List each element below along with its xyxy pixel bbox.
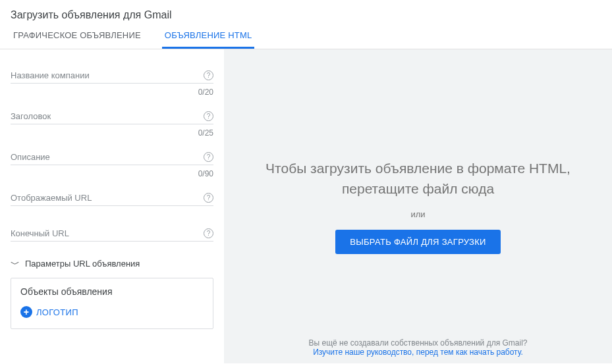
help-icon[interactable]: ? xyxy=(204,152,213,162)
dropzone-instructions: Чтобы загрузить объявление в формате HTM… xyxy=(224,159,612,199)
form-panel: Название компании ? 0/20 Заголовок ? 0/2… xyxy=(0,49,224,363)
description-field[interactable]: Описание ? xyxy=(11,152,213,165)
url-params-label: Параметры URL объявления xyxy=(25,259,140,269)
company-name-field[interactable]: Название компании ? xyxy=(11,70,213,84)
display-url-field[interactable]: Отображаемый URL ? xyxy=(11,193,213,206)
page-title: Загрузить объявления для Gmail xyxy=(11,9,601,21)
headline-counter: 0/25 xyxy=(11,128,213,138)
help-icon[interactable]: ? xyxy=(204,193,213,203)
description-counter: 0/90 xyxy=(11,169,213,178)
upload-dropzone[interactable]: Чтобы загрузить объявление в формате HTM… xyxy=(224,49,612,363)
plus-icon: + xyxy=(20,306,32,318)
add-logo-button[interactable]: + ЛОГОТИП xyxy=(20,306,78,318)
headline-field[interactable]: Заголовок ? xyxy=(11,111,213,124)
ad-assets-title: Объекты объявления xyxy=(20,286,204,297)
company-name-counter: 0/20 xyxy=(11,88,213,97)
company-name-label: Название компании xyxy=(11,70,213,80)
help-icon[interactable]: ? xyxy=(204,228,213,238)
footer-question: Вы ещё не создавали собственных объявлен… xyxy=(224,338,612,348)
footer-note: Вы ещё не создавали собственных объявлен… xyxy=(224,338,612,357)
tabs: ГРАФИЧЕСКОЕ ОБЪЯВЛЕНИЕ ОБЪЯВЛЕНИЕ HTML xyxy=(11,30,601,49)
dropzone-or: или xyxy=(410,209,425,219)
chevron-down-icon: ﹀ xyxy=(11,259,20,269)
url-params-expander[interactable]: ﹀ Параметры URL объявления xyxy=(11,259,213,269)
tab-graphic-ad[interactable]: ГРАФИЧЕСКОЕ ОБЪЯВЛЕНИЕ xyxy=(11,30,144,49)
add-logo-label: ЛОГОТИП xyxy=(36,307,78,317)
select-file-button[interactable]: ВЫБРАТЬ ФАЙЛ ДЛЯ ЗАГРУЗКИ xyxy=(335,230,501,254)
description-label: Описание xyxy=(11,152,213,162)
final-url-label: Конечный URL xyxy=(11,228,213,238)
display-url-label: Отображаемый URL xyxy=(11,193,213,203)
footer-guide-link[interactable]: Изучите наше руководство, перед тем как … xyxy=(224,348,612,357)
help-icon[interactable]: ? xyxy=(204,111,213,121)
help-icon[interactable]: ? xyxy=(204,70,213,80)
tab-html-ad[interactable]: ОБЪЯВЛЕНИЕ HTML xyxy=(162,30,255,49)
ad-assets-box: Объекты объявления + ЛОГОТИП xyxy=(11,278,213,329)
headline-label: Заголовок xyxy=(11,111,213,121)
final-url-field[interactable]: Конечный URL ? xyxy=(11,228,213,242)
